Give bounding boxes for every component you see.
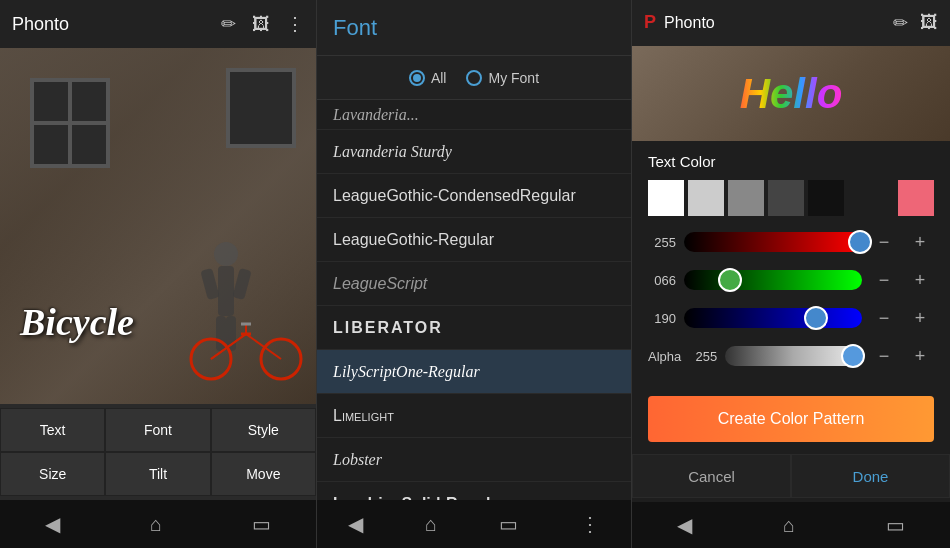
alpha-increase-button[interactable]: + bbox=[906, 342, 934, 370]
my-font-radio[interactable] bbox=[466, 70, 482, 86]
font-item[interactable]: Lavanderia... bbox=[317, 100, 631, 130]
header-icons: ✏ 🖼 ⋮ bbox=[221, 13, 304, 35]
font-item-liberator[interactable]: LIBERATOR bbox=[317, 306, 631, 350]
home-nav-icon[interactable]: ⌂ bbox=[150, 513, 162, 536]
svg-rect-3 bbox=[232, 268, 251, 300]
create-color-pattern-button[interactable]: Create Color Pattern bbox=[648, 396, 934, 442]
panel3-color-picker: P Phonto ✏ 🖼 Hello Text Color 255 − + bbox=[632, 0, 950, 548]
panel3-nav: ◀ ⌂ ▭ bbox=[632, 502, 950, 548]
image-icon[interactable]: 🖼 bbox=[252, 14, 270, 35]
swatch-white[interactable] bbox=[648, 180, 684, 216]
swatch-mid-gray[interactable] bbox=[728, 180, 764, 216]
red-increase-button[interactable]: + bbox=[906, 228, 934, 256]
panel1-phonto-main: Phonto ✏ 🖼 ⋮ bbox=[0, 0, 316, 548]
color-swatches bbox=[648, 180, 934, 216]
alpha-text-label: Alpha bbox=[648, 349, 681, 364]
bicycle-label: Bicycle bbox=[20, 300, 134, 344]
blue-increase-button[interactable]: + bbox=[906, 304, 934, 332]
alpha-slider-thumb[interactable] bbox=[841, 344, 865, 368]
swatch-spacer bbox=[848, 180, 894, 216]
back-nav2-icon[interactable]: ◀ bbox=[348, 512, 363, 536]
blue-decrease-button[interactable]: − bbox=[870, 304, 898, 332]
color-section: Text Color 255 − + 066 − + bbox=[632, 141, 950, 388]
panel2-nav: ◀ ⌂ ▭ ⋮ bbox=[317, 500, 631, 548]
toolbar-row1: Text Font Style bbox=[0, 408, 316, 452]
blue-slider-row: 190 − + bbox=[648, 304, 934, 332]
font-item[interactable]: LeagueScript bbox=[317, 262, 631, 306]
more-icon[interactable]: ⋮ bbox=[286, 13, 304, 35]
back-nav-icon[interactable]: ◀ bbox=[45, 512, 60, 536]
font-item[interactable]: Limelight bbox=[317, 394, 631, 438]
panel2-header: Font bbox=[317, 0, 631, 56]
panel1-toolbar: Text Font Style Size Tilt Move bbox=[0, 404, 316, 500]
green-slider-row: 066 − + bbox=[648, 266, 934, 294]
blue-slider-thumb[interactable] bbox=[804, 306, 828, 330]
blue-slider[interactable] bbox=[684, 308, 862, 328]
all-fonts-label: All bbox=[431, 70, 447, 86]
font-filter: All My Font bbox=[317, 56, 631, 100]
panel3-edit-icon[interactable]: ✏ bbox=[893, 12, 908, 34]
red-value-label: 255 bbox=[648, 235, 676, 250]
more-nav2-icon[interactable]: ⋮ bbox=[580, 512, 600, 536]
font-item[interactable]: LeagueGothic-Regular bbox=[317, 218, 631, 262]
panel3-header: P Phonto ✏ 🖼 bbox=[632, 0, 950, 46]
font-item[interactable]: LondrinaSolid-Regular bbox=[317, 482, 631, 500]
swatch-light-gray[interactable] bbox=[688, 180, 724, 216]
recents-nav-icon[interactable]: ▭ bbox=[252, 512, 271, 536]
font-item-selected[interactable]: LilyScriptOne-Regular bbox=[317, 350, 631, 394]
red-slider-thumb[interactable] bbox=[848, 230, 872, 254]
svg-line-9 bbox=[246, 334, 281, 359]
swatch-dark-gray[interactable] bbox=[768, 180, 804, 216]
tilt-button[interactable]: Tilt bbox=[105, 452, 210, 496]
swatch-black[interactable] bbox=[808, 180, 844, 216]
back-nav3-icon[interactable]: ◀ bbox=[677, 513, 692, 537]
home-nav2-icon[interactable]: ⌂ bbox=[425, 513, 437, 536]
svg-rect-2 bbox=[200, 268, 219, 300]
text-color-label: Text Color bbox=[648, 153, 934, 170]
all-fonts-option[interactable]: All bbox=[409, 70, 447, 86]
red-slider[interactable] bbox=[684, 232, 862, 252]
swatch-pink[interactable] bbox=[898, 180, 934, 216]
cancel-button[interactable]: Cancel bbox=[632, 454, 791, 498]
panel1-nav: ◀ ⌂ ▭ bbox=[0, 500, 316, 548]
green-decrease-button[interactable]: − bbox=[870, 266, 898, 294]
panel3-actions: Cancel Done bbox=[632, 450, 950, 502]
font-list[interactable]: Lavanderia... Lavanderia Sturdy LeagueGo… bbox=[317, 100, 631, 500]
edit-icon[interactable]: ✏ bbox=[221, 13, 236, 35]
preview-area: Hello bbox=[632, 46, 950, 141]
panel3-app-title: Phonto bbox=[664, 14, 715, 32]
red-decrease-button[interactable]: − bbox=[870, 228, 898, 256]
move-button[interactable]: Move bbox=[211, 452, 316, 496]
svg-line-10 bbox=[211, 334, 246, 359]
text-button[interactable]: Text bbox=[0, 408, 105, 452]
green-increase-button[interactable]: + bbox=[906, 266, 934, 294]
font-item-lobster[interactable]: Lobster bbox=[317, 438, 631, 482]
recents-nav3-icon[interactable]: ▭ bbox=[886, 513, 905, 537]
my-font-option[interactable]: My Font bbox=[466, 70, 539, 86]
alpha-value-label: 255 bbox=[689, 349, 717, 364]
recents-nav2-icon[interactable]: ▭ bbox=[499, 512, 518, 536]
done-button[interactable]: Done bbox=[791, 454, 950, 498]
toolbar-row2: Size Tilt Move bbox=[0, 452, 316, 496]
font-item[interactable]: LeagueGothic-CondensedRegular bbox=[317, 174, 631, 218]
svg-rect-1 bbox=[218, 266, 234, 316]
panel2-font-selector: Font All My Font Lavanderia... Lavanderi… bbox=[316, 0, 632, 548]
style-button[interactable]: Style bbox=[211, 408, 316, 452]
green-slider[interactable] bbox=[684, 270, 862, 290]
size-button[interactable]: Size bbox=[0, 452, 105, 496]
font-item[interactable]: Lavanderia Sturdy bbox=[317, 130, 631, 174]
p-icon: P bbox=[644, 12, 656, 33]
alpha-slider-row: Alpha 255 − + bbox=[648, 342, 934, 370]
alpha-decrease-button[interactable]: − bbox=[870, 342, 898, 370]
panel3-image-icon[interactable]: 🖼 bbox=[920, 12, 938, 33]
font-button[interactable]: Font bbox=[105, 408, 210, 452]
home-nav3-icon[interactable]: ⌂ bbox=[783, 514, 795, 537]
all-fonts-radio[interactable] bbox=[409, 70, 425, 86]
window-right bbox=[226, 68, 296, 148]
alpha-slider[interactable] bbox=[725, 346, 862, 366]
my-font-label: My Font bbox=[488, 70, 539, 86]
window-left bbox=[30, 78, 110, 168]
blue-value-label: 190 bbox=[648, 311, 676, 326]
canvas-image[interactable]: Bicycle bbox=[0, 48, 316, 404]
green-slider-thumb[interactable] bbox=[718, 268, 742, 292]
